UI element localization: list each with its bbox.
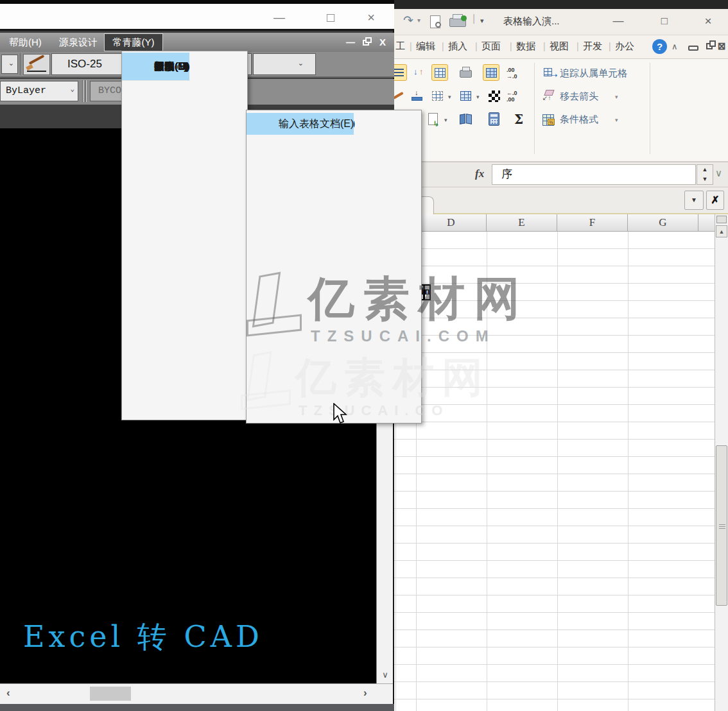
column-header-D[interactable]: D <box>416 214 487 232</box>
mdi-close-icon[interactable]: X <box>376 35 389 49</box>
scroll-left-icon[interactable]: ‹ <box>6 687 10 699</box>
toolbar-separator <box>82 80 83 102</box>
tab-separator: | <box>543 41 546 51</box>
redo-dropdown-icon[interactable]: ▾ <box>417 17 420 24</box>
cad-statusbar-sliver <box>0 704 394 711</box>
tab-separator: | <box>576 41 579 51</box>
remove-arrows-dropdown-icon[interactable]: ▾ <box>615 94 618 100</box>
tab-separator: | <box>410 41 412 51</box>
mdi-minimize-icon[interactable]: — <box>344 35 357 49</box>
scroll-right-icon[interactable]: › <box>363 687 367 699</box>
dim-style-button[interactable] <box>23 54 50 75</box>
cad-titlebar[interactable]: — □ × <box>0 4 394 31</box>
paste-special-button[interactable]: ↳ <box>425 110 442 127</box>
maximize-button[interactable]: □ <box>654 13 675 30</box>
redo-icon[interactable]: ↷ <box>403 13 413 28</box>
minimize-button[interactable]: — <box>607 13 629 30</box>
sheet-grid[interactable] <box>389 232 715 711</box>
pattern-fill-button[interactable] <box>485 87 502 104</box>
remove-arrows-label[interactable]: 移去箭头 <box>560 90 598 103</box>
cad-horizontal-scrollbar[interactable]: ‹ › <box>0 683 393 704</box>
remove-arrows-icon[interactable]: ↙↑ <box>541 87 557 104</box>
color-combo[interactable]: ByLayer⌄ <box>0 81 78 101</box>
autosum-button[interactable]: Σ <box>510 110 526 127</box>
tab-separator: | <box>609 41 611 51</box>
style-combo-stub[interactable]: ⌄ <box>1 55 18 74</box>
ribbon-tab-3[interactable]: 插入 <box>448 40 467 53</box>
pane-close-button[interactable]: ✗ <box>706 191 724 210</box>
cad-close-button[interactable]: × <box>358 9 384 26</box>
ribbon-collapse-icon[interactable]: ∧ <box>672 42 678 51</box>
pane-dropdown-button[interactable]: ▼ <box>684 191 704 210</box>
borders-icon <box>432 91 443 101</box>
paste-dropdown-icon[interactable]: ▾ <box>444 117 447 123</box>
fx-icon: fx <box>475 167 484 180</box>
help-icon[interactable]: ? <box>652 39 667 54</box>
workbook-minimize-icon[interactable] <box>688 46 698 51</box>
increase-decimal-button[interactable]: .00 →.0 <box>505 64 521 81</box>
scrollbar-thumb[interactable] <box>90 687 131 701</box>
align-bottom-button[interactable]: ↓ <box>408 87 425 104</box>
trace-dependents-icon[interactable]: ⇢ <box>541 64 557 81</box>
spin-up-icon[interactable]: ▲ <box>702 166 708 173</box>
close-button[interactable]: × <box>697 13 719 30</box>
trace-arrow-icon: ⇢ <box>551 71 557 80</box>
sort-down-icon: ↓ <box>413 67 418 76</box>
menubar-item-changqingteng[interactable]: 常青藤(Y) <box>104 33 163 51</box>
book-right-icon <box>466 114 472 124</box>
changqingteng-menu: 格式(F)›符号(C)›表格(G)›绘图(D)›标注(D)›修改(M)›多线(O… <box>121 51 248 420</box>
ribbon-tab-1[interactable]: 工 <box>395 40 405 53</box>
table-style-dropdown-icon[interactable]: ▾ <box>476 94 480 100</box>
ribbon-tab-5[interactable]: 数据 <box>516 40 535 53</box>
submenu-item-17[interactable]: 输入表格文档(E) <box>247 113 354 135</box>
cad-minimize-button[interactable]: — <box>266 9 292 26</box>
menubar-item-yuanquan[interactable]: 源泉设计 <box>55 35 101 50</box>
column-header-E[interactable]: E <box>487 214 557 232</box>
toolbar-options-icon[interactable]: ▾ <box>480 17 484 25</box>
spreadsheet-window: ↷ ▾ | ▾ 表格输入演... — □ × ? ∧ ⊠ 工|编辑|插入|页面|… <box>389 0 728 711</box>
mdi-restore-icon2[interactable] <box>365 37 372 43</box>
sort-up-icon: ↑ <box>419 67 424 76</box>
scrollbar-thumb[interactable] <box>716 445 727 606</box>
copy-print-button[interactable] <box>457 64 474 81</box>
workbook-close-icon[interactable]: ⊠ <box>718 40 726 52</box>
ribbon-tab-2[interactable]: 编辑 <box>416 40 435 53</box>
workbook-restore-icon2[interactable] <box>709 40 716 47</box>
ribbon-tab-6[interactable]: 视图 <box>550 40 569 53</box>
column-header-G[interactable]: G <box>628 214 698 232</box>
spin-down-icon[interactable]: ▼ <box>702 176 708 182</box>
gridline <box>628 232 628 711</box>
ribbon-tab-8[interactable]: 办公 <box>615 40 634 53</box>
borders-button[interactable] <box>429 87 446 104</box>
table-style-button[interactable] <box>457 87 474 104</box>
sheet-vertical-scrollbar[interactable]: ▲ <box>715 214 728 711</box>
formula-input[interactable]: 序 <box>492 164 696 185</box>
workbook-button[interactable] <box>457 110 474 127</box>
ribbon-tab-4[interactable]: 页面 <box>481 40 501 53</box>
scroll-down-icon[interactable]: ∨ <box>377 667 394 683</box>
dim-scale-combo[interactable]: ⌄ <box>253 53 316 75</box>
align-bottom-bar-icon <box>412 97 422 101</box>
decrease-decimal-button[interactable]: ←.0 .00 <box>505 87 521 104</box>
calculator-button[interactable] <box>485 110 502 127</box>
conditional-format-icon[interactable]: ⅔ <box>539 110 556 127</box>
ribbon: ↓ ↑ .00 →.0 ⇢ 追踪从属单元格 ↓ ▾ ▾ ←.0 .00 <box>389 59 728 162</box>
cond-format-dropdown-icon[interactable]: ▾ <box>615 117 618 123</box>
table-style-icon <box>460 91 471 101</box>
paste-arrow-icon: ↳ <box>433 120 439 128</box>
formula-spinner[interactable]: ▲▼ <box>697 164 713 185</box>
conditional-format-label[interactable]: 条件格式 <box>560 114 598 126</box>
sort-button[interactable]: ↓ ↑ <box>411 64 428 81</box>
menubar-item-help[interactable]: 帮助(H) <box>5 35 46 50</box>
ribbon-tab-7[interactable]: 开发 <box>583 40 602 53</box>
cad-maximize-button[interactable]: □ <box>318 9 343 26</box>
borders-dropdown-icon[interactable]: ▾ <box>448 94 451 100</box>
formula-check-icon: ∨ <box>715 167 722 179</box>
trace-dependents-label[interactable]: 追踪从属单元格 <box>560 67 627 80</box>
menu-item-13[interactable]: 帮助(H)› <box>122 53 189 81</box>
column-header-F[interactable]: F <box>557 214 628 232</box>
scroll-up-icon[interactable]: ▲ <box>716 225 727 237</box>
scrollbar-split-box[interactable] <box>716 216 727 223</box>
merge-cells-button[interactable] <box>431 64 448 81</box>
table-view-button[interactable] <box>483 64 499 81</box>
